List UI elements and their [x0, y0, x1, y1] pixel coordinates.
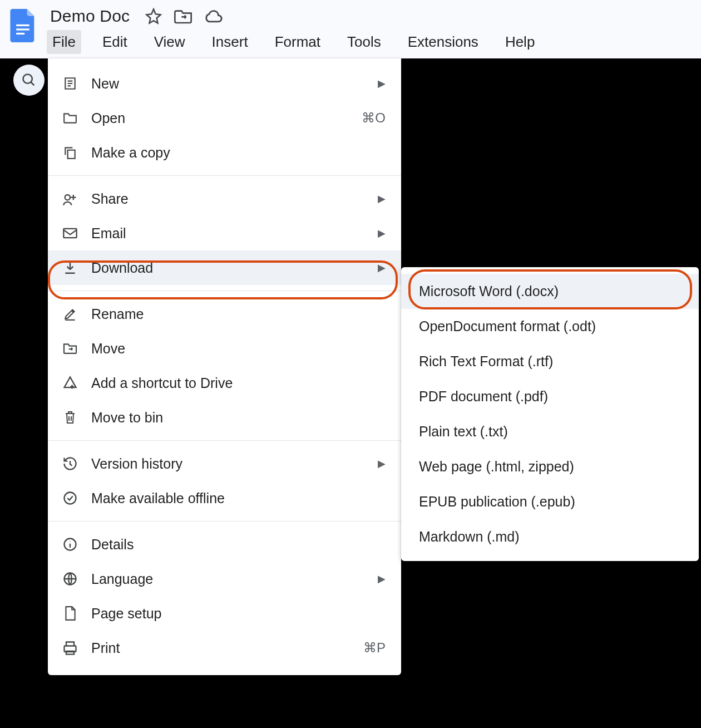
- rename-icon: [59, 307, 81, 321]
- menu-item-move[interactable]: Move: [48, 331, 401, 366]
- menu-insert[interactable]: Insert: [206, 30, 254, 54]
- download-icon: [59, 260, 81, 275]
- download-submenu: Microsoft Word (.docx) OpenDocument form…: [401, 267, 699, 561]
- chevron-right-icon: ▶: [378, 573, 386, 585]
- svg-rect-7: [63, 229, 76, 238]
- menu-item-page-setup[interactable]: Page setup: [48, 596, 401, 631]
- menu-help[interactable]: Help: [500, 30, 540, 54]
- menu-item-download[interactable]: Download ▶: [48, 250, 401, 285]
- menu-label: Download: [91, 260, 373, 276]
- menu-item-open[interactable]: Open ⌘O: [48, 101, 401, 135]
- globe-icon: [59, 571, 81, 587]
- menu-item-language[interactable]: Language ▶: [48, 562, 401, 596]
- menu-item-add-shortcut[interactable]: Add a shortcut to Drive: [48, 366, 401, 400]
- menu-format[interactable]: Format: [269, 30, 326, 54]
- docs-logo-icon[interactable]: [10, 9, 37, 42]
- menu-label: Language: [91, 571, 373, 587]
- menu-label: Add a shortcut to Drive: [91, 375, 386, 391]
- offline-icon: [59, 490, 81, 506]
- chevron-right-icon: ▶: [378, 227, 386, 239]
- menu-label: Version history: [91, 456, 373, 472]
- download-option-epub[interactable]: EPUB publication (.epub): [401, 484, 699, 519]
- menu-label: Rename: [91, 306, 386, 322]
- svg-rect-5: [68, 150, 75, 159]
- move-icon: [59, 342, 81, 355]
- download-option-md[interactable]: Markdown (.md): [401, 519, 699, 554]
- menu-item-share[interactable]: Share ▶: [48, 181, 401, 216]
- menu-item-make-copy[interactable]: Make a copy: [48, 135, 401, 170]
- menu-edit[interactable]: Edit: [97, 30, 133, 54]
- info-icon: [59, 537, 81, 552]
- download-option-txt[interactable]: Plain text (.txt): [401, 414, 699, 449]
- download-option-pdf[interactable]: PDF document (.pdf): [401, 379, 699, 414]
- email-icon: [59, 227, 81, 239]
- print-icon: [59, 641, 81, 655]
- svg-rect-1: [16, 28, 29, 30]
- menu-label: Make available offline: [91, 490, 386, 506]
- menu-label: Move to bin: [91, 410, 386, 426]
- menu-label: Share: [91, 191, 373, 207]
- history-icon: [59, 456, 81, 471]
- menu-separator: [48, 175, 401, 176]
- svg-rect-0: [16, 24, 29, 26]
- copy-icon: [59, 145, 81, 160]
- menu-extensions[interactable]: Extensions: [402, 30, 484, 54]
- menu-separator: [48, 291, 401, 291]
- drive-shortcut-icon: [59, 376, 81, 390]
- menu-label: Details: [91, 537, 386, 553]
- svg-point-3: [23, 75, 32, 83]
- trash-icon: [59, 410, 81, 425]
- menubar: File Edit View Insert Format Tools Exten…: [47, 30, 701, 54]
- menu-label: Email: [91, 225, 373, 242]
- cloud-status-icon[interactable]: [204, 9, 223, 23]
- star-icon[interactable]: [145, 8, 162, 24]
- menu-item-print[interactable]: Print ⌘P: [48, 631, 401, 665]
- shortcut-label: ⌘P: [363, 640, 386, 656]
- download-option-docx[interactable]: Microsoft Word (.docx): [401, 274, 699, 309]
- shortcut-label: ⌘O: [362, 110, 386, 126]
- search-button[interactable]: [13, 65, 45, 96]
- menu-view[interactable]: View: [149, 30, 191, 54]
- download-option-rtf[interactable]: Rich Text Format (.rtf): [401, 344, 699, 379]
- menu-file[interactable]: File: [47, 30, 81, 54]
- doc-plus-icon: [59, 76, 81, 91]
- menu-label: Move: [91, 341, 386, 357]
- svg-point-6: [65, 195, 70, 200]
- chevron-right-icon: ▶: [378, 458, 386, 470]
- app-header: Demo Doc File Edit View Insert Format To…: [0, 0, 701, 56]
- chevron-right-icon: ▶: [378, 193, 386, 205]
- menu-tools[interactable]: Tools: [342, 30, 387, 54]
- menu-label: Make a copy: [91, 145, 386, 161]
- menu-separator: [48, 521, 401, 522]
- svg-point-8: [65, 493, 76, 504]
- menu-item-email[interactable]: Email ▶: [48, 216, 401, 250]
- menu-label: Print: [91, 640, 363, 656]
- menu-label: New: [91, 76, 373, 92]
- menu-label: Page setup: [91, 606, 386, 622]
- menu-item-version-history[interactable]: Version history ▶: [48, 446, 401, 481]
- share-icon: [59, 192, 81, 205]
- file-dropdown-menu: New ▶ Open ⌘O Make a copy Share ▶ Email …: [48, 58, 401, 675]
- menu-item-details[interactable]: Details: [48, 527, 401, 562]
- chevron-right-icon: ▶: [378, 262, 386, 274]
- download-option-html[interactable]: Web page (.html, zipped): [401, 449, 699, 484]
- menu-item-offline[interactable]: Make available offline: [48, 481, 401, 515]
- search-icon: [21, 72, 37, 88]
- svg-rect-2: [16, 33, 24, 35]
- menu-item-new[interactable]: New ▶: [48, 66, 401, 101]
- folder-icon: [59, 112, 81, 124]
- document-title[interactable]: Demo Doc: [47, 6, 133, 27]
- menu-separator: [48, 440, 401, 441]
- page-icon: [59, 606, 81, 621]
- svg-line-4: [31, 82, 34, 86]
- menu-item-move-to-bin[interactable]: Move to bin: [48, 400, 401, 435]
- chevron-right-icon: ▶: [378, 77, 386, 90]
- menu-label: Open: [91, 110, 362, 126]
- menu-item-rename[interactable]: Rename: [48, 297, 401, 331]
- download-option-odt[interactable]: OpenDocument format (.odt): [401, 309, 699, 344]
- move-folder-icon[interactable]: [174, 8, 192, 24]
